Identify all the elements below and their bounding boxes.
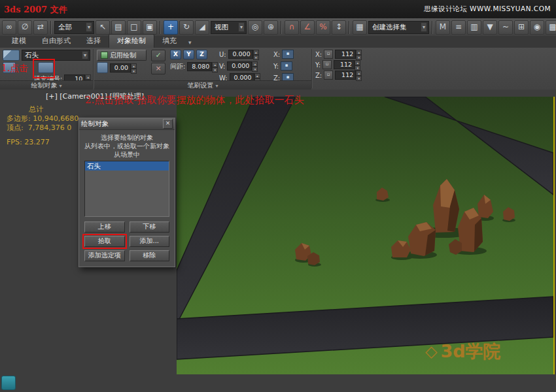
select-by-name-icon[interactable]: ▤	[111, 20, 126, 35]
toolbar-separator	[432, 21, 433, 34]
paint-object-dropdown[interactable]: 石头 ▾	[22, 50, 90, 61]
align-normal-icon[interactable]: ✓	[151, 50, 165, 61]
percent-snap-icon[interactable]: %	[316, 20, 330, 35]
material-editor-icon[interactable]: ◉	[530, 20, 544, 35]
scale-y-icon[interactable]: ▫	[322, 60, 332, 69]
window-crossing-icon[interactable]: ▣	[143, 20, 157, 35]
tab-freeform[interactable]: 自由形式	[34, 35, 78, 48]
selection-filter-dropdown[interactable]: 全部▾	[54, 21, 94, 34]
layer-manager-icon[interactable]: ▥	[467, 20, 481, 35]
angle-snap-icon[interactable]: ∠	[300, 20, 315, 35]
add-selected-button[interactable]: 添加选定项	[84, 250, 125, 261]
scale-z-icon[interactable]: ▫	[324, 71, 333, 80]
spinner-snap-icon[interactable]: ↕	[332, 20, 346, 35]
camera-viewport[interactable]	[177, 97, 555, 374]
remove-button[interactable]: 移除	[130, 250, 170, 261]
use-pivot-center-icon[interactable]: ◎	[248, 20, 262, 35]
falloff-icon[interactable]	[97, 62, 108, 73]
snap-toggle-icon[interactable]: ∩	[285, 20, 299, 35]
scene-render	[177, 97, 553, 374]
axis-y-button[interactable]: Y	[183, 50, 194, 59]
scale-x-label: X:	[315, 51, 322, 58]
forum-watermark: 思缘设计论坛 WWW.MISSYUAN.COM	[424, 5, 551, 14]
toolbar: ∞∅⇄全部▾↖▤□▣+↻◢视图▾◎⊕∩∠%↕▦创建选择集▾M≡▥▼~⊞◉▩▨●	[0, 18, 556, 37]
render-setup-icon[interactable]: ▩	[546, 20, 556, 35]
tab-selection[interactable]: 选择	[78, 35, 109, 48]
add-button[interactable]: 添加...	[130, 236, 170, 247]
axis-x-button[interactable]: X	[170, 50, 181, 59]
rectangular-selection-region-icon[interactable]: □	[127, 20, 141, 35]
flip-y-label: Y:	[273, 63, 279, 70]
select-and-link-icon[interactable]: ∞	[2, 20, 16, 35]
paint-objects-dialog: 绘制对象 × 选择要绘制的对象 从列表中，或拾取一个新对象 从场景中 石头 上移…	[78, 118, 175, 267]
enable-paint-button[interactable]: 启用绘制	[97, 50, 147, 61]
bind-to-spacewarp-icon[interactable]: ⇄	[33, 20, 48, 35]
site-watermark: ◇ 3d学院	[425, 340, 501, 363]
stats-vertices: 顶点: 7,784,376 0	[7, 123, 78, 133]
scale-x-icon[interactable]: ▫	[324, 50, 333, 59]
scale-x-spinner[interactable]: 112▴▾	[335, 50, 362, 59]
flip-x-button[interactable]: ▪	[282, 50, 294, 59]
toolbar-separator	[349, 21, 350, 34]
paint-objects-list[interactable]: 石头	[84, 161, 169, 217]
toolbar-separator	[160, 21, 161, 34]
close-icon[interactable]: ×	[163, 119, 173, 129]
schematic-view-icon[interactable]: ⊞	[514, 20, 529, 35]
scale-z-label: Z:	[315, 72, 322, 79]
stats-fps: FPS: 23.277	[7, 138, 50, 146]
named-selection-set-dropdown[interactable]: 创建选择集▾	[368, 21, 429, 34]
scale-y-spinner[interactable]: 112▴▾	[334, 60, 360, 69]
dialog-titlebar[interactable]: 绘制对象 ×	[79, 118, 175, 130]
app-window: 3ds 2007 文件 思缘设计论坛 WWW.MISSYUAN.COM ∞∅⇄全…	[0, 0, 556, 392]
flip-y-button[interactable]: ▪	[281, 61, 292, 71]
ribbon: 石头 ▾ 填充编号: 10 ▴▾ 绘制对象 ▾	[0, 48, 556, 90]
align-icon[interactable]: ≡	[451, 20, 466, 35]
brush-settings-panel: 启用绘制 0.00 ▴▾ ✓ × X Y Z	[94, 48, 311, 90]
edit-named-selection-icon[interactable]: ▦	[353, 20, 367, 35]
status-corner-icon[interactable]	[1, 376, 16, 390]
tab-object-paint[interactable]: 对象绘制	[109, 34, 154, 48]
paint-on-icon	[101, 52, 108, 59]
select-and-manipulate-icon[interactable]: ⊕	[264, 20, 278, 35]
tab-modeling[interactable]: 建模	[4, 35, 34, 48]
axis-z-button[interactable]: Z	[196, 50, 207, 59]
viewport-statistics: 总计 多边形: 10,940,6680 顶点: 7,784,376 0	[7, 105, 78, 133]
mirror-icon[interactable]: M	[436, 20, 450, 35]
annotation-step1-label: 1.点击	[1, 63, 28, 74]
u-offset-spinner[interactable]: 0.000▴▾	[228, 50, 259, 59]
titlebar: 3ds 2007 文件 思缘设计论坛 WWW.MISSYUAN.COM	[0, 0, 556, 18]
move-down-button[interactable]: 下移	[130, 221, 170, 233]
align-off-icon[interactable]: ×	[151, 63, 165, 74]
annotation-step2-label: 2.点击拾取-拾取你要摆放的物体，此处拾取一石头	[85, 94, 304, 106]
select-and-scale-icon[interactable]: ◢	[195, 20, 209, 35]
chevron-down-icon: ▾	[82, 51, 88, 59]
select-and-rotate-icon[interactable]: ↻	[179, 20, 194, 35]
brush-settings-panel-title[interactable]: 笔刷设置 ▾	[94, 80, 311, 90]
paint-objects-panel-title[interactable]: 绘制对象 ▾	[0, 80, 93, 90]
panel-expand-icon: ▾	[216, 83, 218, 89]
v-offset-spinner[interactable]: 0.000▴▾	[227, 61, 258, 71]
select-and-move-icon[interactable]: +	[164, 20, 178, 35]
select-object-icon[interactable]: ↖	[96, 20, 110, 35]
annotation-step1-box	[33, 59, 55, 78]
list-item[interactable]: 石头	[85, 161, 169, 171]
chevron-down-icon: ▾	[421, 22, 427, 32]
scale-panel: X: ▫ 112▴▾ Y: ▫ 112▴▾ Z: ▫ 112▴▾	[313, 48, 369, 90]
v-offset-label: V:	[219, 63, 225, 70]
falloff-spinner[interactable]: 0.00 ▴▾	[110, 63, 137, 73]
ribbon-toggle-icon[interactable]: ▼	[483, 20, 497, 35]
tab-overflow-icon[interactable]: ▾	[188, 39, 192, 48]
spacing-spinner[interactable]: 8.080 ▴▾	[187, 62, 218, 71]
scale-z-spinner[interactable]: 112▴▾	[335, 71, 362, 80]
toolbar-separator	[281, 21, 282, 34]
pick-button[interactable]: 拾取	[84, 236, 125, 247]
unlink-selection-icon[interactable]: ∅	[18, 20, 32, 35]
curve-editor-icon[interactable]: ~	[498, 20, 513, 35]
move-up-button[interactable]: 上移	[84, 221, 125, 233]
window-title: 3ds 2007 文件	[4, 4, 67, 16]
tab-populate[interactable]: 填充	[154, 35, 184, 48]
scale-y-label: Y:	[315, 61, 321, 69]
paint-brush-icon[interactable]	[3, 50, 20, 61]
reference-coordinate-dropdown[interactable]: 视图▾	[211, 21, 247, 34]
toolbar-separator	[50, 21, 52, 34]
